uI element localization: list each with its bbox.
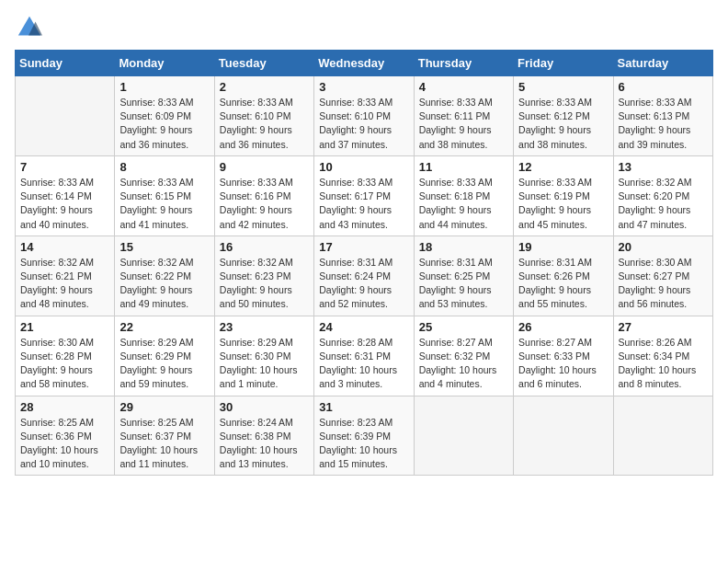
calendar-header-sunday: Sunday [16, 51, 115, 76]
day-detail: Sunrise: 8:33 AMSunset: 6:19 PMDaylight:… [518, 176, 608, 232]
calendar-cell: 3Sunrise: 8:33 AMSunset: 6:10 PMDaylight… [314, 76, 414, 156]
calendar-cell: 14Sunrise: 8:32 AMSunset: 6:21 PMDayligh… [16, 236, 115, 316]
calendar-cell: 16Sunrise: 8:32 AMSunset: 6:23 PMDayligh… [214, 236, 313, 316]
day-number: 23 [220, 320, 309, 334]
calendar-cell: 11Sunrise: 8:33 AMSunset: 6:18 PMDayligh… [414, 155, 513, 236]
day-number: 31 [319, 400, 408, 414]
calendar-cell: 5Sunrise: 8:33 AMSunset: 6:12 PMDaylight… [514, 76, 613, 156]
calendar-cell: 22Sunrise: 8:29 AMSunset: 6:29 PMDayligh… [115, 316, 214, 396]
day-detail: Sunrise: 8:28 AMSunset: 6:31 PMDaylight:… [319, 336, 408, 392]
day-number: 10 [319, 160, 408, 174]
day-detail: Sunrise: 8:32 AMSunset: 6:21 PMDaylight:… [20, 256, 109, 312]
day-detail: Sunrise: 8:31 AMSunset: 6:25 PMDaylight:… [419, 256, 508, 312]
calendar-cell: 25Sunrise: 8:27 AMSunset: 6:32 PMDayligh… [414, 316, 513, 396]
day-detail: Sunrise: 8:33 AMSunset: 6:12 PMDaylight:… [518, 96, 608, 152]
calendar-cell: 17Sunrise: 8:31 AMSunset: 6:24 PMDayligh… [314, 236, 414, 316]
calendar-header-thursday: Thursday [414, 51, 513, 76]
calendar-cell: 9Sunrise: 8:33 AMSunset: 6:16 PMDaylight… [214, 155, 313, 236]
day-detail: Sunrise: 8:27 AMSunset: 6:32 PMDaylight:… [419, 336, 508, 392]
day-number: 12 [518, 160, 608, 174]
day-number: 17 [319, 240, 408, 254]
calendar-cell: 13Sunrise: 8:32 AMSunset: 6:20 PMDayligh… [613, 155, 712, 236]
calendar-cell: 7Sunrise: 8:33 AMSunset: 6:14 PMDaylight… [16, 155, 115, 236]
day-number: 7 [20, 160, 109, 174]
day-detail: Sunrise: 8:33 AMSunset: 6:15 PMDaylight:… [119, 176, 209, 232]
day-number: 15 [119, 240, 209, 254]
day-detail: Sunrise: 8:32 AMSunset: 6:22 PMDaylight:… [119, 256, 209, 312]
calendar-header-saturday: Saturday [613, 51, 712, 76]
day-detail: Sunrise: 8:25 AMSunset: 6:37 PMDaylight:… [119, 416, 209, 472]
day-detail: Sunrise: 8:33 AMSunset: 6:17 PMDaylight:… [319, 176, 408, 232]
calendar-cell: 10Sunrise: 8:33 AMSunset: 6:17 PMDayligh… [314, 155, 414, 236]
day-detail: Sunrise: 8:24 AMSunset: 6:38 PMDaylight:… [220, 416, 309, 472]
calendar-cell: 30Sunrise: 8:24 AMSunset: 6:38 PMDayligh… [214, 396, 313, 476]
day-number: 5 [518, 80, 608, 94]
calendar-cell: 2Sunrise: 8:33 AMSunset: 6:10 PMDaylight… [214, 76, 313, 156]
day-number: 22 [119, 320, 209, 334]
day-number: 20 [619, 240, 708, 254]
day-number: 30 [220, 400, 309, 414]
day-number: 6 [619, 80, 708, 94]
day-detail: Sunrise: 8:27 AMSunset: 6:33 PMDaylight:… [518, 336, 608, 392]
day-number: 11 [419, 160, 508, 174]
day-number: 25 [419, 320, 508, 334]
calendar-cell: 24Sunrise: 8:28 AMSunset: 6:31 PMDayligh… [314, 316, 414, 396]
calendar-week-row: 14Sunrise: 8:32 AMSunset: 6:21 PMDayligh… [16, 236, 713, 316]
calendar-week-row: 28Sunrise: 8:25 AMSunset: 6:36 PMDayligh… [16, 396, 713, 476]
day-detail: Sunrise: 8:30 AMSunset: 6:28 PMDaylight:… [20, 336, 109, 392]
day-detail: Sunrise: 8:23 AMSunset: 6:39 PMDaylight:… [319, 416, 408, 472]
calendar-week-row: 21Sunrise: 8:30 AMSunset: 6:28 PMDayligh… [16, 316, 713, 396]
calendar-cell: 27Sunrise: 8:26 AMSunset: 6:34 PMDayligh… [613, 316, 712, 396]
calendar-header-row: SundayMondayTuesdayWednesdayThursdayFrid… [16, 51, 713, 76]
day-number: 27 [619, 320, 708, 334]
day-detail: Sunrise: 8:31 AMSunset: 6:26 PMDaylight:… [518, 256, 608, 312]
day-number: 2 [220, 80, 309, 94]
page-header [15, 15, 713, 40]
calendar-cell: 28Sunrise: 8:25 AMSunset: 6:36 PMDayligh… [16, 396, 115, 476]
day-detail: Sunrise: 8:33 AMSunset: 6:10 PMDaylight:… [319, 96, 408, 152]
calendar-cell: 21Sunrise: 8:30 AMSunset: 6:28 PMDayligh… [16, 316, 115, 396]
calendar-cell [514, 396, 613, 476]
day-detail: Sunrise: 8:26 AMSunset: 6:34 PMDaylight:… [619, 336, 708, 392]
day-detail: Sunrise: 8:32 AMSunset: 6:20 PMDaylight:… [619, 176, 708, 232]
day-detail: Sunrise: 8:33 AMSunset: 6:14 PMDaylight:… [20, 176, 109, 232]
calendar-cell: 6Sunrise: 8:33 AMSunset: 6:13 PMDaylight… [613, 76, 712, 156]
calendar-cell: 26Sunrise: 8:27 AMSunset: 6:33 PMDayligh… [514, 316, 613, 396]
day-detail: Sunrise: 8:31 AMSunset: 6:24 PMDaylight:… [319, 256, 408, 312]
day-number: 1 [119, 80, 209, 94]
calendar-cell: 18Sunrise: 8:31 AMSunset: 6:25 PMDayligh… [414, 236, 513, 316]
calendar-cell: 23Sunrise: 8:29 AMSunset: 6:30 PMDayligh… [214, 316, 313, 396]
day-number: 28 [20, 400, 109, 414]
day-detail: Sunrise: 8:32 AMSunset: 6:23 PMDaylight:… [220, 256, 309, 312]
calendar-week-row: 7Sunrise: 8:33 AMSunset: 6:14 PMDaylight… [16, 155, 713, 236]
calendar-header-monday: Monday [115, 51, 214, 76]
day-detail: Sunrise: 8:33 AMSunset: 6:10 PMDaylight:… [220, 96, 309, 152]
calendar-cell [613, 396, 712, 476]
calendar-cell [414, 396, 513, 476]
day-number: 19 [518, 240, 608, 254]
day-number: 26 [518, 320, 608, 334]
day-detail: Sunrise: 8:33 AMSunset: 6:18 PMDaylight:… [419, 176, 508, 232]
logo [15, 15, 42, 40]
day-number: 8 [119, 160, 209, 174]
calendar-cell: 20Sunrise: 8:30 AMSunset: 6:27 PMDayligh… [613, 236, 712, 316]
day-detail: Sunrise: 8:33 AMSunset: 6:11 PMDaylight:… [419, 96, 508, 152]
calendar-cell: 15Sunrise: 8:32 AMSunset: 6:22 PMDayligh… [115, 236, 214, 316]
calendar-cell: 29Sunrise: 8:25 AMSunset: 6:37 PMDayligh… [115, 396, 214, 476]
day-number: 9 [220, 160, 309, 174]
calendar-header-wednesday: Wednesday [314, 51, 414, 76]
calendar-week-row: 1Sunrise: 8:33 AMSunset: 6:09 PMDaylight… [16, 76, 713, 156]
day-number: 16 [220, 240, 309, 254]
logo-icon [17, 15, 42, 40]
day-number: 18 [419, 240, 508, 254]
day-number: 3 [319, 80, 408, 94]
day-detail: Sunrise: 8:29 AMSunset: 6:30 PMDaylight:… [220, 336, 309, 392]
calendar-cell: 8Sunrise: 8:33 AMSunset: 6:15 PMDaylight… [115, 155, 214, 236]
calendar-header-tuesday: Tuesday [214, 51, 313, 76]
calendar-header-friday: Friday [514, 51, 613, 76]
calendar-cell: 1Sunrise: 8:33 AMSunset: 6:09 PMDaylight… [115, 76, 214, 156]
calendar-cell: 31Sunrise: 8:23 AMSunset: 6:39 PMDayligh… [314, 396, 414, 476]
day-number: 14 [20, 240, 109, 254]
day-number: 4 [419, 80, 508, 94]
calendar-cell: 4Sunrise: 8:33 AMSunset: 6:11 PMDaylight… [414, 76, 513, 156]
